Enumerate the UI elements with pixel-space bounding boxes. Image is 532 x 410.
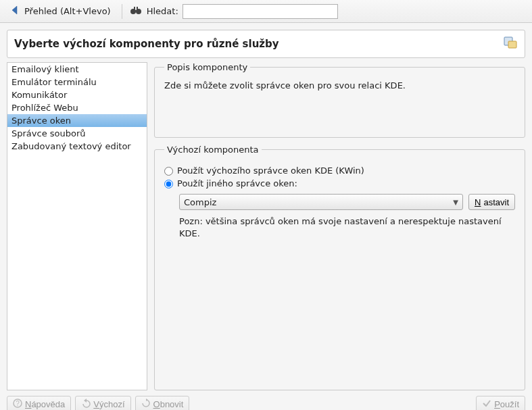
sidebar-item[interactable]: Správce souborů — [7, 127, 147, 140]
back-button[interactable]: Přehled (Alt+Vlevo) — [5, 2, 115, 20]
radio-use-other[interactable]: Použít jiného správce oken: — [164, 178, 515, 188]
radio-use-kwin[interactable]: Použít výchozího správce oken KDE (KWin) — [164, 165, 515, 176]
description-group: Popis komponenty Zde si můžete zvolit sp… — [154, 62, 525, 138]
undo-icon — [81, 399, 91, 410]
default-component-group: Výchozí komponenta Použít výchozího sprá… — [154, 145, 525, 390]
description-legend: Popis komponenty — [164, 62, 250, 72]
wm-selector-row: Compiz ▼ Nastavit — [179, 194, 515, 210]
wm-dropdown[interactable]: Compiz ▼ — [179, 194, 463, 210]
sidebar-item[interactable]: Komunikátor — [7, 88, 147, 101]
svg-rect-4 — [135, 10, 137, 11]
sidebar-item[interactable]: Emulátor terminálu — [7, 76, 147, 88]
wm-note: Pozn: většina správců oken má svoje nast… — [179, 215, 515, 239]
help-icon: ? — [13, 399, 22, 410]
right-pane: Popis komponenty Zde si můžete zvolit sp… — [154, 62, 525, 390]
search-input[interactable] — [183, 4, 338, 19]
toolbar-separator — [122, 4, 122, 19]
binoculars-icon — [129, 5, 143, 18]
help-button[interactable]: ? Nápověda — [7, 396, 71, 410]
svg-rect-6 — [508, 41, 516, 48]
chevron-down-icon: ▼ — [453, 199, 458, 206]
wm-dropdown-value: Compiz — [184, 197, 216, 207]
svg-rect-3 — [137, 7, 138, 10]
component-icon — [503, 36, 518, 52]
default-component-legend: Výchozí komponenta — [164, 145, 262, 155]
apply-button[interactable]: Použít — [476, 396, 525, 410]
svg-rect-2 — [134, 7, 135, 10]
toolbar: Přehled (Alt+Vlevo) Hledat: — [0, 0, 532, 23]
radio-kwin-input[interactable] — [164, 167, 173, 176]
search-label: Hledat: — [147, 6, 178, 16]
sidebar-item[interactable]: Správce oken — [7, 114, 147, 127]
content-area: Emailový klientEmulátor termináluKomunik… — [0, 62, 532, 393]
page-title-bar: Vyberte výchozí komponenty pro různé slu… — [7, 30, 525, 58]
button-bar: ? Nápověda Výchozí Obnovit Použít — [0, 393, 532, 410]
svg-text:?: ? — [16, 400, 20, 407]
configure-accel: N — [475, 197, 481, 207]
configure-rest: astavit — [483, 197, 509, 207]
radio-kwin-label: Použít výchozího správce oken KDE (KWin) — [177, 165, 364, 176]
page-title: Vyberte výchozí komponenty pro různé slu… — [14, 38, 279, 50]
back-arrow-icon — [9, 4, 22, 18]
back-label: Přehled (Alt+Vlevo) — [24, 6, 111, 16]
sidebar-item[interactable]: Prohlížeč Webu — [7, 101, 147, 114]
refresh-icon — [141, 399, 151, 410]
sidebar-item[interactable]: Emailový klient — [7, 63, 147, 76]
radio-other-label: Použít jiného správce oken: — [177, 178, 297, 188]
reset-button[interactable]: Obnovit — [135, 396, 190, 410]
radio-other-input[interactable] — [164, 180, 173, 188]
description-text: Zde si můžete zvolit správce oken pro sv… — [164, 80, 515, 91]
defaults-button[interactable]: Výchozí — [75, 396, 130, 410]
component-list: Emailový klientEmulátor termináluKomunik… — [7, 62, 147, 390]
sidebar-item[interactable]: Zabudovaný textový editor — [7, 140, 147, 153]
check-icon — [482, 399, 491, 410]
configure-button[interactable]: Nastavit — [468, 194, 515, 210]
